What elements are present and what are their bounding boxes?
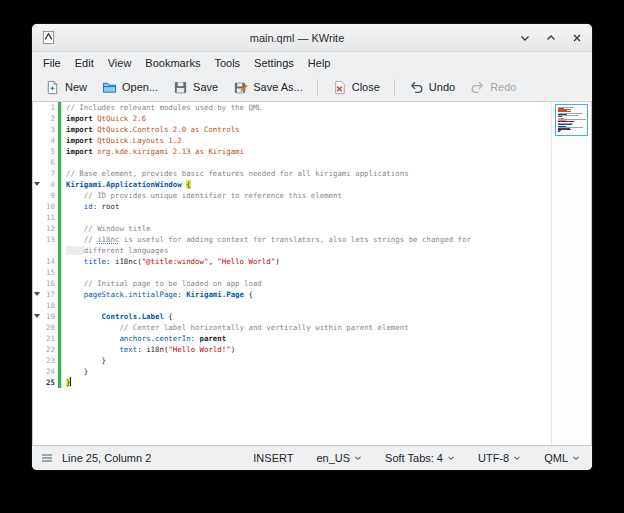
edit-undo-icon	[409, 80, 424, 95]
code-text[interactable]: }	[62, 366, 551, 377]
code-row: 4import QtQuick.Layouts 1.2	[33, 135, 551, 146]
close-window-button[interactable]	[571, 32, 583, 44]
code-text[interactable]: different languages	[62, 245, 551, 256]
fold-marker[interactable]	[33, 311, 42, 322]
code-text[interactable]: import QtQuick.Layouts 1.2	[62, 135, 551, 146]
toolbar-open-button[interactable]: Open...	[96, 77, 164, 98]
code-text[interactable]: import org.kde.kirigami 2.13 as Kirigami	[62, 146, 551, 157]
code-row: 16 // Initial page to be loaded on app l…	[33, 278, 551, 289]
code-text[interactable]: anchors.centerIn: parent	[62, 333, 551, 344]
code-text[interactable]: }	[62, 377, 551, 388]
chevron-down-icon	[572, 454, 580, 462]
line-number: 8	[42, 179, 58, 190]
folder-open-icon	[102, 80, 117, 95]
status-syntax-mode[interactable]: QML	[541, 450, 583, 466]
statusbar-menu-icon[interactable]	[41, 452, 53, 464]
menu-settings[interactable]: Settings	[247, 55, 301, 71]
code-text[interactable]: id: root	[62, 201, 551, 212]
toolbar-save-button[interactable]: Save	[167, 77, 224, 98]
minimap-line	[558, 124, 572, 125]
window-title: main.qml — KWrite	[92, 32, 502, 44]
status-item-label: UTF-8	[478, 452, 509, 464]
code-row: 24 }	[33, 366, 551, 377]
fold-marker[interactable]	[33, 179, 42, 190]
code-text[interactable]: Kirigami.ApplicationWindow {	[62, 179, 551, 190]
menu-tools[interactable]: Tools	[207, 55, 247, 71]
menu-edit[interactable]: Edit	[68, 55, 101, 71]
line-number: 18	[42, 300, 58, 311]
toolbar-save-as-button[interactable]: Save As...	[227, 77, 309, 98]
status-tab-mode[interactable]: Soft Tabs: 4	[382, 450, 458, 466]
toolbar-button-label: Undo	[429, 81, 455, 93]
toolbar-new-button[interactable]: New	[39, 77, 93, 98]
code-text[interactable]	[62, 300, 551, 311]
code-row: 10 id: root	[33, 201, 551, 212]
toolbar-undo-button[interactable]: Undo	[403, 77, 461, 98]
line-number: 4	[42, 135, 58, 146]
code-row-wrapped: different languages	[33, 245, 551, 256]
line-number: 22	[42, 344, 58, 355]
code-text[interactable]	[62, 267, 551, 278]
code-row: 14 title: i18nc("@title:window", "Hello …	[33, 256, 551, 267]
scrollbar-minimap[interactable]	[551, 102, 591, 445]
status-insert-mode[interactable]: INSERT	[250, 450, 296, 466]
titlebar[interactable]: main.qml — KWrite	[32, 24, 592, 52]
line-number: 5	[42, 146, 58, 157]
code-text[interactable]: // i18nc is useful for adding context fo…	[62, 234, 551, 245]
fold-expanded-icon	[34, 182, 40, 186]
minimap-visible-range[interactable]	[555, 104, 588, 136]
line-number: 23	[42, 355, 58, 366]
fold-marker[interactable]	[33, 289, 42, 300]
minimize-window-button[interactable]	[519, 32, 531, 44]
toolbar-close-button[interactable]: Close	[326, 77, 386, 98]
status-item-label: en_US	[316, 452, 350, 464]
menu-bookmarks[interactable]: Bookmarks	[138, 55, 207, 71]
chevron-down-icon	[513, 454, 521, 462]
document-new-icon	[45, 80, 60, 95]
status-encoding[interactable]: UTF-8	[475, 450, 524, 466]
code-text[interactable]: pageStack.initialPage: Kirigami.Page {	[62, 289, 551, 300]
menubar: FileEditViewBookmarksToolsSettingsHelp	[32, 52, 592, 73]
code-text[interactable]	[62, 212, 551, 223]
fold-column	[33, 344, 42, 355]
code-text[interactable]: // Includes relevant modules used by the…	[62, 102, 551, 113]
menu-help[interactable]: Help	[301, 55, 338, 71]
minimap-line	[558, 111, 571, 112]
code-row: 13 // i18nc is useful for adding context…	[33, 234, 551, 245]
toolbar-button-label: Save	[193, 81, 218, 93]
chevron-down-icon	[519, 32, 531, 44]
toolbar-button-label: Save As...	[253, 81, 303, 93]
code-text[interactable]: Controls.Label {	[62, 311, 551, 322]
menu-view[interactable]: View	[101, 55, 139, 71]
fold-column	[33, 157, 42, 168]
code-view[interactable]: 1// Includes relevant modules used by th…	[33, 102, 551, 445]
fold-column	[33, 322, 42, 333]
menu-file[interactable]: File	[36, 55, 68, 71]
status-dictionary[interactable]: en_US	[313, 450, 365, 466]
line-number: 3	[42, 124, 58, 135]
kwrite-app-icon[interactable]	[41, 30, 56, 45]
code-text[interactable]: }	[62, 355, 551, 366]
code-text[interactable]: // Center label horizontally and vertica…	[62, 322, 551, 333]
fold-column	[33, 223, 42, 234]
code-row: 17 pageStack.initialPage: Kirigami.Page …	[33, 289, 551, 300]
toolbar-redo-button[interactable]: Redo	[464, 77, 522, 98]
code-text[interactable]: title: i18nc("@title:window", "Hello Wor…	[62, 256, 551, 267]
code-text[interactable]: // Base element, provides basic features…	[62, 168, 551, 179]
maximize-window-button[interactable]	[545, 32, 557, 44]
fold-expanded-icon	[34, 314, 40, 318]
code-text[interactable]: // Window title	[62, 223, 551, 234]
code-text[interactable]: // ID provides unique identifier to refe…	[62, 190, 551, 201]
code-row: 11	[33, 212, 551, 223]
code-text[interactable]: // Initial page to be loaded on app load	[62, 278, 551, 289]
toolbar-separator	[394, 79, 395, 96]
code-row: 6	[33, 157, 551, 168]
code-text[interactable]: import QtQuick.Controls 2.0 as Controls	[62, 124, 551, 135]
fold-column	[33, 168, 42, 179]
cursor-position-label[interactable]: Line 25, Column 2	[62, 452, 151, 464]
code-text[interactable]: text: i18n("Hello World!")	[62, 344, 551, 355]
text-cursor	[70, 377, 71, 386]
code-text[interactable]	[62, 157, 551, 168]
code-text[interactable]: import QtQuick 2.6	[62, 113, 551, 124]
fold-column	[33, 355, 42, 366]
